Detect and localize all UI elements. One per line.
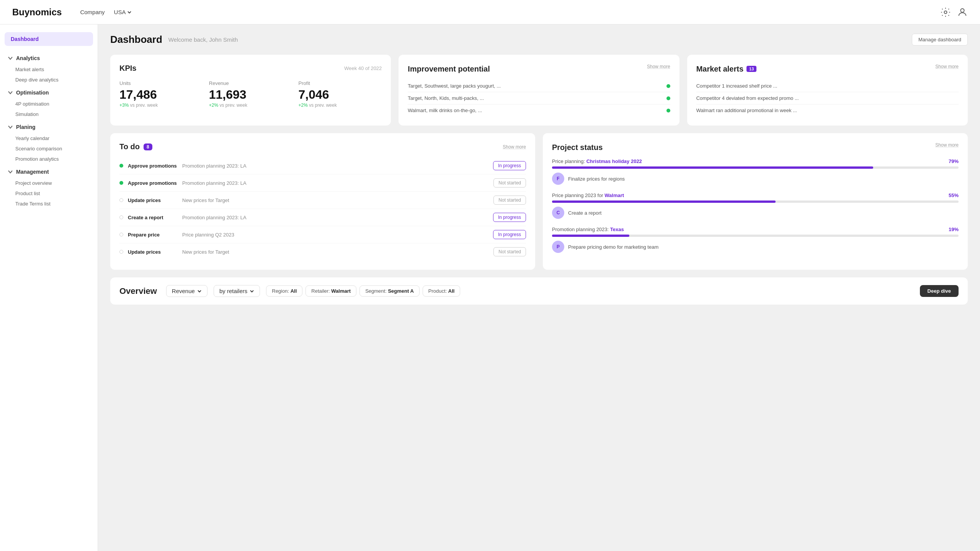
chevron-down-icon <box>8 90 13 95</box>
overview-groupby-dropdown[interactable]: by retailers <box>214 285 260 297</box>
todo-row: Update prices New prices for Target Not … <box>119 192 526 209</box>
filter-retailer-button[interactable]: Retailer: Walmart <box>305 285 356 297</box>
sidebar-item-promotion-analytics[interactable]: Promotion analytics <box>0 154 98 164</box>
kpi-units: Units 17,486 +3% vs prev. week <box>119 80 203 108</box>
project-highlight: Christmas holiday 2022 <box>586 158 642 164</box>
todo-dot-icon <box>119 250 123 254</box>
project-person: P Prepare pricing demo for marketing tea… <box>552 241 959 253</box>
todo-row-desc: Promotion planning 2023: LA <box>182 180 489 186</box>
project-percent: 19% <box>949 227 959 232</box>
filter-region-button[interactable]: Region: All <box>266 285 302 297</box>
kpi-revenue-label: Revenue <box>209 80 292 86</box>
main-content: Dashboard Welcome back, John Smith Manag… <box>98 24 980 551</box>
kpi-profit-label: Profit <box>299 80 382 86</box>
sidebar-item-deep-dive-analytics[interactable]: Deep dive analytics <box>0 75 98 85</box>
sidebar-item-market-alerts[interactable]: Market alerts <box>0 64 98 75</box>
todo-dot-icon <box>119 215 123 219</box>
sidebar-item-dashboard[interactable]: Dashboard <box>5 32 93 46</box>
chevron-down-icon <box>127 10 132 15</box>
sidebar-section-header-planing[interactable]: Planing <box>0 121 98 133</box>
settings-icon[interactable] <box>940 7 951 18</box>
project-status-card: Project status Show more Price planning:… <box>543 133 968 270</box>
todo-status-badge[interactable]: Not started <box>493 247 526 256</box>
todo-header: To do 8 Show more <box>119 142 526 151</box>
chevron-down-icon <box>8 169 13 174</box>
deep-dive-button[interactable]: Deep dive <box>920 285 959 297</box>
project-sections: Price planning: Christmas holiday 2022 7… <box>552 158 959 253</box>
project-section: Price planning: Christmas holiday 2022 7… <box>552 158 959 185</box>
project-bar-bg <box>552 201 959 203</box>
sidebar-section-management: ManagementProject overviewProduct listTr… <box>0 166 98 209</box>
todo-status-badge[interactable]: In progress <box>493 161 526 170</box>
todo-row: Prepare price Price planning Q2 2023 In … <box>119 226 526 243</box>
todo-row: Approve promotions Promotion planning 20… <box>119 174 526 192</box>
sidebar-section-header-optimisation[interactable]: Optimisation <box>0 86 98 99</box>
improvement-show-more[interactable]: Show more <box>647 64 670 69</box>
todo-row-name: Update prices <box>128 249 178 255</box>
project-highlight: Walmart <box>604 192 624 198</box>
improvement-item: Target, North, Kids, multi-packs, ... <box>408 92 670 104</box>
sidebar-item-trade-terms-list[interactable]: Trade Terms list <box>0 199 98 209</box>
chevron-down-icon <box>197 289 202 293</box>
project-bar-bg <box>552 235 959 237</box>
project-bar-bg <box>552 166 959 169</box>
todo-count: 8 <box>144 143 152 150</box>
nav-country-dropdown[interactable]: USA <box>114 9 132 15</box>
market-alerts-show-more[interactable]: Show more <box>935 64 959 69</box>
avatar: P <box>552 241 564 253</box>
todo-title-wrap: To do 8 <box>119 142 152 151</box>
sidebar-section-header-analytics[interactable]: Analytics <box>0 52 98 64</box>
overview-row: Overview Revenue by retailers Region: Al… <box>110 277 968 305</box>
market-alerts-badge: 13 <box>746 66 756 72</box>
sidebar-item-project-overview[interactable]: Project overview <box>0 178 98 188</box>
sidebar-item-yearly-calendar[interactable]: Yearly calendar <box>0 133 98 143</box>
chevron-down-icon <box>8 124 13 130</box>
kpi-revenue: Revenue 11,693 +2% vs prev. week <box>209 80 292 108</box>
todo-row-desc: New prices for Target <box>182 197 489 203</box>
todo-status-badge[interactable]: In progress <box>493 213 526 222</box>
todo-row-desc: Promotion planning 2023: LA <box>182 215 488 220</box>
project-section: Price planning 2023 for Walmart 55% C Cr… <box>552 192 959 219</box>
todo-show-more[interactable]: Show more <box>503 144 526 150</box>
kpis-card: KPIs Week 40 of 2022 Units 17,486 +3% vs… <box>110 55 391 126</box>
project-person: C Create a report <box>552 207 959 219</box>
filter-segment-button[interactable]: Segment: Segment A <box>359 285 420 297</box>
sidebar-item-4p-optimisation[interactable]: 4P optimisation <box>0 99 98 109</box>
todo-row-desc: Promotion planning 2023: LA <box>182 163 488 169</box>
overview-filters: Region: AllRetailer: WalmartSegment: Seg… <box>266 285 460 297</box>
user-icon[interactable] <box>957 7 968 18</box>
overview-metric-dropdown[interactable]: Revenue <box>166 285 207 297</box>
manage-dashboard-button[interactable]: Manage dashboard <box>912 34 968 46</box>
sidebar-item-scenario-comparison[interactable]: Scenario comparison <box>0 143 98 154</box>
kpi-profit-value: 7,046 <box>299 88 382 102</box>
project-label: Price planning 2023 for Walmart 55% <box>552 192 959 198</box>
overview-title: Overview <box>119 286 157 296</box>
kpi-revenue-change: +2% vs prev. week <box>209 103 292 108</box>
improvement-card: Improvement potential Show more Target, … <box>399 55 679 126</box>
sidebar-item-simulation[interactable]: Simulation <box>0 109 98 119</box>
sidebar-item-product-list[interactable]: Product list <box>0 188 98 199</box>
sidebar-section-header-management[interactable]: Management <box>0 166 98 178</box>
todo-row-name: Approve promotions <box>128 180 178 186</box>
filter-product-button[interactable]: Product: All <box>423 285 461 297</box>
todo-status-badge[interactable]: Not started <box>493 196 526 205</box>
project-task: Finalize prices for regions <box>568 176 625 182</box>
kpi-week: Week 40 of 2022 <box>344 65 382 71</box>
svg-point-1 <box>960 8 964 12</box>
market-alert-item: Competitor 4 deviated from expected prom… <box>696 92 959 104</box>
bottom-grid: To do 8 Show more Approve promotions Pro… <box>110 133 968 270</box>
todo-dot-icon <box>119 198 123 202</box>
improvement-item: Walmart, milk drinks on-the-go, ... <box>408 104 670 116</box>
green-dot-icon <box>666 84 670 88</box>
project-bar <box>552 166 873 169</box>
sidebar-section-optimisation: Optimisation4P optimisationSimulation <box>0 86 98 119</box>
project-task: Create a report <box>568 210 601 216</box>
todo-status-badge[interactable]: Not started <box>493 178 526 187</box>
project-status-show-more[interactable]: Show more <box>935 142 959 148</box>
kpi-units-value: 17,486 <box>119 88 203 102</box>
project-percent: 79% <box>949 158 959 164</box>
todo-row: Update prices New prices for Target Not … <box>119 243 526 260</box>
chevron-down-icon <box>250 289 254 293</box>
market-alerts-title-wrap: Market alerts 13 <box>696 64 757 74</box>
todo-status-badge[interactable]: In progress <box>493 230 526 239</box>
